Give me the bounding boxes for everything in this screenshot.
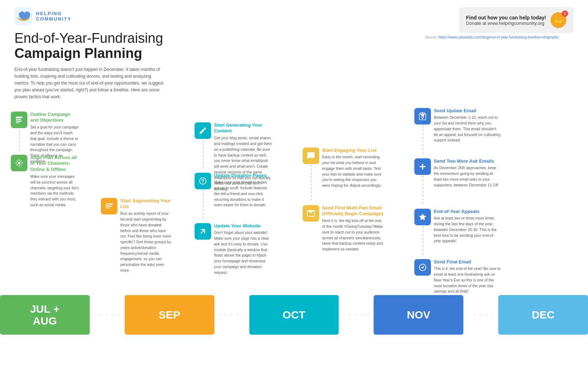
item-two-more: Send Two More Ask Emails As December 25t… [414, 158, 501, 188]
svg-text:?: ? [201, 178, 205, 184]
icon-two-more [414, 158, 431, 175]
desc-eoy-appeals: Ask at least two or three more times dur… [434, 216, 501, 244]
svg-rect-8 [106, 205, 111, 205]
icon-outline [11, 112, 27, 128]
title-line2: Campaign Planning [14, 46, 166, 61]
item-segmenting: Start Segmenting Your List Run an activi… [101, 198, 173, 273]
label-julaug: JUL +AUG [30, 303, 59, 327]
label-sep: SEP [159, 309, 180, 321]
item-donation: ? Update Donation Pages Make sure your d… [195, 173, 270, 208]
svg-rect-3 [16, 121, 22, 122]
header-section: HELPING COMMUNITY End-of-Year-Fundraisin… [0, 0, 588, 101]
svg-point-5 [18, 162, 20, 164]
item-website: Update Your Website Don't forget about y… [195, 223, 274, 276]
desc-align: Make sure your messages will be succinct… [30, 174, 79, 208]
source-label: Source: [425, 35, 437, 39]
item-firstmulti: Send First Multi-Part Email (Officially … [303, 205, 384, 252]
month-bar-sep: SEP [125, 295, 214, 335]
icon-eoy-appeals [414, 209, 431, 225]
desc-engage: Early in the month, start reminding your… [322, 154, 382, 189]
icon-align [11, 155, 27, 171]
connector-nov1 [311, 165, 312, 201]
month-bar-oct: OCT [249, 295, 339, 335]
label-nov: NOV [407, 309, 430, 321]
donate-url: Donate at www.helpingcommunity.org [466, 21, 546, 26]
label-oct: OCT [282, 309, 305, 321]
donate-icon: 🤲 1 [551, 12, 566, 28]
main-layout: Outline Campaignand Objectives Set a goa… [0, 101, 588, 335]
month-bar-dec: DEC [498, 295, 588, 335]
donate-headline: Find out how you can help today! [466, 15, 546, 21]
svg-rect-9 [106, 206, 112, 207]
month-bar-julaug: JUL +AUG [0, 295, 90, 335]
logo-helping: HELPING [36, 11, 71, 16]
dashes-4: - - - - - [466, 295, 495, 335]
month-bars-container: JUL +AUG - - - - - SEP - - - - - OCT - -… [0, 295, 588, 335]
dashes-2: - - - - - [217, 295, 246, 335]
icon-donation: ? [195, 173, 211, 189]
connector-oct2 [203, 190, 204, 219]
logo-area: HELPING COMMUNITY [14, 7, 166, 25]
title-area: End-of-Year-Fundraising Campaign Plannin… [14, 31, 166, 101]
dashes-1: - - - - - [93, 295, 122, 335]
intro-text: End-of-year fundraising doesn't just hap… [14, 66, 166, 101]
connector-dec1 [423, 125, 423, 154]
title-generate: Start Generating Your Content [214, 122, 274, 135]
source-url: https://www.salsalabs.com/blog/end-of-ye… [438, 35, 559, 39]
title-donation: Update Donation Pages [214, 173, 270, 179]
svg-rect-2 [16, 119, 21, 120]
title-align: Align Plan Across all of Your Channels: … [30, 155, 79, 173]
title-engage: Start Engaging Your List [322, 148, 382, 154]
title-website: Update Your Website [214, 223, 274, 229]
svg-rect-10 [106, 208, 110, 208]
title-outline: Outline Campaignand Objectives [30, 112, 79, 124]
source-line: Source: https://www.salsalabs.com/blog/e… [425, 35, 574, 39]
desc-website: Don't forget about your website! Make su… [214, 230, 274, 275]
icon-segment [101, 198, 117, 214]
item-eoy-appeals: End-of-Year Appeals Ask at least two or … [414, 209, 501, 244]
item-align-plan: Align Plan Across all of Your Channels: … [11, 155, 79, 208]
donate-badge: 1 [562, 10, 568, 17]
connector-oct1 [203, 140, 204, 168]
title-update-email: Send Update Email [434, 108, 501, 114]
title-two-more: Send Two More Ask Emails [434, 158, 501, 164]
desc-two-more: As December 25th approaches, keep the mo… [434, 165, 501, 188]
item-final-email: Send Final Email This is it, the end of … [414, 259, 501, 295]
title-final-email: Send Final Email [434, 259, 501, 265]
icon-update-email [414, 108, 431, 125]
svg-rect-1 [16, 117, 22, 118]
month-bar-nov: NOV [374, 295, 463, 335]
icon-firstmulti [303, 205, 319, 222]
donate-box: Find out how you can help today! Donate … [459, 7, 574, 33]
title-segment: Start Segmenting Your List [120, 198, 173, 210]
desc-donation: Make sure your donation pages are up to … [214, 180, 270, 208]
top-left: HELPING COMMUNITY End-of-Year-Fundraisin… [14, 7, 166, 101]
dashes-3: - - - - - [342, 295, 371, 335]
desc-firstmulti: Here it is: the big kick-off at the end … [322, 218, 384, 252]
item-engaging: Start Engaging Your List Early in the mo… [303, 148, 382, 189]
icon-final-email [414, 259, 431, 276]
page: HELPING COMMUNITY End-of-Year-Fundraisin… [0, 0, 588, 335]
icon-engage [303, 148, 319, 164]
desc-segment: Run an activity report of your list and … [120, 211, 173, 273]
donate-box-text: Find out how you can help today! Donate … [466, 15, 546, 26]
title-firstmulti: Send First Multi-Part Email (Officially … [322, 205, 384, 217]
connector-dec3 [423, 226, 423, 255]
connector-dec2 [423, 176, 423, 204]
svg-marker-17 [419, 213, 426, 220]
top-right: Find out how you can help today! Donate … [173, 7, 574, 101]
logo-text: HELPING COMMUNITY [36, 11, 71, 22]
icon-generate [195, 122, 211, 139]
title-eoy-appeals: End-of-Year Appeals [434, 209, 501, 215]
icon-website [195, 223, 211, 240]
item-update-email: Send Update Email Between December 1-10,… [414, 108, 501, 144]
desc-final-email: This is it, the end of the year! Be sure… [434, 266, 501, 294]
svg-rect-4 [16, 122, 19, 123]
logo-community: COMMUNITY [36, 16, 71, 22]
desc-update-email: Between December 1-10, reach out to your… [434, 115, 501, 143]
title-line1: End-of-Year-Fundraising [14, 31, 166, 46]
label-dec: DEC [532, 309, 554, 321]
svg-marker-14 [420, 113, 425, 117]
connector1 [19, 130, 20, 151]
logo-icon [14, 7, 32, 25]
